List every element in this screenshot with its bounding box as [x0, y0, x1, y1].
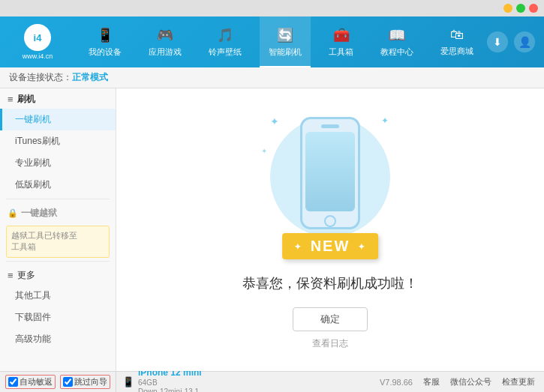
customer-service-link[interactable]: 客服 [423, 376, 440, 388]
nav-shop[interactable]: 🛍 爱思商城 [431, 16, 482, 67]
logo-icon: i4 [24, 24, 51, 51]
logo-text: www.i4.cn [23, 52, 53, 60]
phone-screen [305, 132, 355, 211]
auto-restore-checkbox[interactable] [8, 377, 18, 387]
close-button[interactable] [529, 4, 538, 13]
skip-wizard-checkbox[interactable] [63, 377, 73, 387]
title-bar [0, 0, 544, 16]
phone-home [324, 215, 336, 227]
phone-speaker [321, 124, 339, 128]
sidebar-divider-1 [6, 199, 110, 199]
nav-my-device[interactable]: 📱 我的设备 [80, 16, 131, 67]
status-label: 设备连接状态： [9, 71, 72, 84]
sidebar-itunes-flash[interactable]: iTunes刷机 [0, 130, 116, 152]
sparkle-l: ✦ [261, 147, 267, 155]
device-version: Down-12mini-13,1 [138, 388, 202, 392]
check-update-link[interactable]: 检查更新 [502, 376, 535, 388]
phone-body [300, 117, 360, 229]
auto-restore-label[interactable]: 自动敏返 [20, 376, 53, 388]
nav-right: ⬇ 👤 [487, 31, 544, 52]
status-bar: 设备连接状态： 正常模式 [0, 67, 544, 88]
status-mode: 正常模式 [72, 71, 108, 84]
bottom-left-section: 自动敏返 跳过向导 [0, 372, 116, 392]
maximize-button[interactable] [516, 4, 525, 13]
content-area: ✦ ✦ ✦ ✦ NEW ✦ 恭喜您，保资料刷机成功啦！ 确定 查看日志 [116, 88, 544, 371]
account-button[interactable]: 👤 [514, 31, 535, 52]
sparkle-tl: ✦ [270, 115, 279, 127]
wechat-public-link[interactable]: 微信公众号 [450, 376, 491, 388]
confirm-button[interactable]: 确定 [293, 307, 368, 331]
flash-section-icon: ≡ [8, 94, 14, 105]
lock-icon: 🔒 [8, 208, 18, 218]
skip-wizard-checkbox-wrapper: 跳过向导 [60, 375, 110, 389]
minimize-button[interactable] [503, 4, 512, 13]
sidebar: ≡ 刷机 一键刷机 iTunes刷机 专业刷机 低版刷机 🔒 一键越狱 越狱工具… [0, 88, 116, 371]
top-nav: i4 www.i4.cn 📱 我的设备 🎮 应用游戏 🎵 铃声壁纸 🔄 智能刷机… [0, 16, 544, 67]
new-ribbon: ✦ NEW ✦ [282, 233, 378, 259]
skip-wizard-label[interactable]: 跳过向导 [74, 376, 107, 388]
version-label: V7.98.66 [380, 378, 413, 387]
sidebar-one-key-flash[interactable]: 一键刷机 [0, 109, 116, 130]
sidebar-divider-2 [6, 261, 110, 262]
success-text: 恭喜您，保资料刷机成功啦！ [242, 274, 418, 292]
bottom-bar: 自动敏返 跳过向导 📱 iPhone 12 mini 64GB Down-12m… [0, 371, 544, 392]
sidebar-other-tools[interactable]: 其他工具 [0, 285, 116, 307]
sidebar-more-header: ≡ 更多 [0, 265, 116, 285]
nav-toolbox[interactable]: 🧰 工具箱 [320, 16, 362, 67]
nav-apps-games[interactable]: 🎮 应用游戏 [140, 16, 191, 67]
sidebar-jailbreak-header: 🔒 一键越狱 [0, 202, 116, 223]
goto-log-link[interactable]: 查看日志 [312, 337, 348, 350]
sidebar-advanced[interactable]: 高级功能 [0, 328, 116, 350]
sparkle-tr: ✦ [381, 115, 389, 126]
sidebar-download-fw[interactable]: 下载固件 [0, 307, 116, 328]
sidebar-jailbreak-notice: 越狱工具已转移至 工具箱 [6, 226, 110, 258]
more-section-icon: ≡ [8, 270, 14, 281]
main-layout: ≡ 刷机 一键刷机 iTunes刷机 专业刷机 低版刷机 🔒 一键越狱 越狱工具… [0, 88, 544, 371]
sidebar-pro-flash[interactable]: 专业刷机 [0, 152, 116, 174]
phone-illustration: ✦ ✦ ✦ ✦ NEW ✦ [255, 109, 405, 267]
device-phone-icon: 📱 [122, 376, 134, 388]
download-button[interactable]: ⬇ [487, 31, 508, 52]
nav-tutorial[interactable]: 📖 教程中心 [371, 16, 422, 67]
device-storage: 64GB [138, 379, 202, 388]
device-details: iPhone 12 mini 64GB Down-12mini-13,1 [138, 367, 202, 392]
sidebar-low-version[interactable]: 低版刷机 [0, 174, 116, 196]
sidebar-flash-header: ≡ 刷机 [0, 88, 116, 109]
device-info-section: 📱 iPhone 12 mini 64GB Down-12mini-13,1 [116, 367, 202, 392]
auto-restore-checkbox-wrapper: 自动敏返 [5, 375, 56, 389]
nav-wallpaper[interactable]: 🎵 铃声壁纸 [200, 16, 251, 67]
nav-items: 📱 我的设备 🎮 应用游戏 🎵 铃声壁纸 🔄 智能刷机 🧰 工具箱 📖 教程中心… [75, 16, 487, 67]
logo-area[interactable]: i4 www.i4.cn [0, 24, 75, 60]
bottom-right-section: V7.98.66 客服 微信公众号 检查更新 [380, 376, 544, 388]
nav-smart-flash[interactable]: 🔄 智能刷机 [260, 16, 311, 67]
